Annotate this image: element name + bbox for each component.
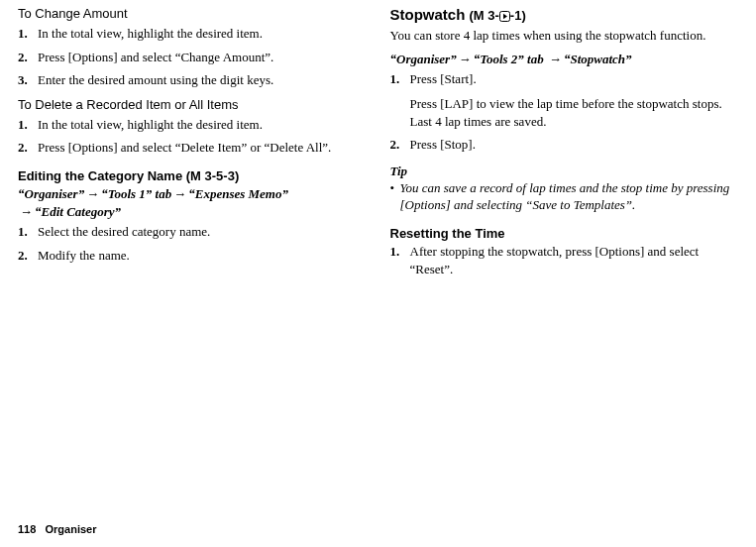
list-item: 1.In the total view, highlight the desir… (18, 116, 367, 134)
steps-edit-category: 1.Select the desired category name. 2.Mo… (18, 223, 367, 264)
menu-code: (M 3--1) (470, 8, 526, 23)
page-number: 118 (18, 523, 36, 535)
list-item: 1.Press [Start]. (390, 70, 739, 88)
steps-reset: 1.After stopping the stopwatch, press [O… (390, 243, 739, 277)
steps-change-amount: 1.In the total view, highlight the desir… (18, 25, 367, 89)
right-key-icon (499, 11, 510, 22)
steps-delete-item: 1.In the total view, highlight the desir… (18, 116, 367, 157)
heading-reset: Resetting the Time (390, 226, 739, 241)
heading-stopwatch: Stopwatch (M 3--1) (390, 6, 739, 23)
left-column: To Change Amount 1.In the total view, hi… (18, 6, 367, 285)
arrow-icon: → (86, 186, 99, 201)
breadcrumb: “Organiser”→“Tools 1” tab→“Expenses Memo… (18, 185, 367, 221)
arrow-icon: → (173, 186, 186, 201)
intro-text: You can store 4 lap times when using the… (390, 27, 739, 45)
heading-change-amount: To Change Amount (18, 6, 367, 21)
heading-delete-item: To Delete a Recorded Item or All Items (18, 97, 367, 112)
list-item: 1.Select the desired category name. (18, 223, 367, 241)
sub-text: Press [LAP] to view the lap time before … (410, 95, 739, 130)
list-item: 2.Press [Options] and select “Change Amo… (18, 49, 367, 66)
arrow-icon: → (459, 52, 472, 66)
list-item: 2.Press [Options] and select “Delete Ite… (18, 139, 367, 157)
right-column: Stopwatch (M 3--1) You can store 4 lap t… (390, 6, 739, 285)
steps-stopwatch-2: 2.Press [Stop]. (390, 136, 739, 154)
arrow-icon: → (549, 52, 562, 66)
list-item: 1.In the total view, highlight the desir… (18, 25, 367, 43)
list-item: 2.Modify the name. (18, 247, 367, 265)
list-item: 2.Press [Stop]. (390, 136, 739, 154)
page-footer: 118 Organiser (18, 523, 97, 535)
breadcrumb: “Organiser”→“Tools 2” tab →“Stopwatch” (390, 51, 739, 68)
tip-body: • You can save a record of lap times and… (390, 179, 739, 214)
steps-stopwatch: 1.Press [Start]. (390, 70, 739, 88)
list-item: 1.After stopping the stopwatch, press [O… (390, 243, 739, 277)
svg-marker-1 (503, 14, 507, 19)
list-item: 3.Enter the desired amount using the dig… (18, 71, 367, 89)
arrow-icon: → (20, 204, 33, 219)
section-label: Organiser (46, 523, 97, 535)
tip-label: Tip (390, 164, 739, 179)
menu-code: (M 3-5-3) (186, 168, 239, 183)
heading-edit-category: Editing the Category Name (M 3-5-3) (18, 168, 367, 183)
